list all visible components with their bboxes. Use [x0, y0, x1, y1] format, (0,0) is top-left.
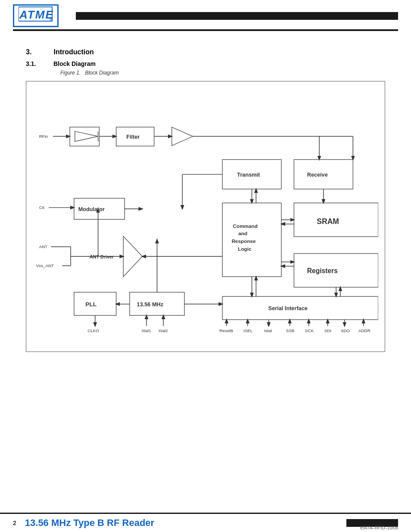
page-number: 2	[13, 520, 16, 526]
ssb-label: SSB	[286, 328, 295, 333]
sck-label: SCK	[305, 328, 314, 333]
header-bar	[76, 12, 398, 20]
sdo-label: SDO	[341, 328, 350, 333]
section31-heading: 3.1. Block Diagram	[26, 60, 385, 67]
resetb-label: ResetB	[219, 328, 233, 333]
main-content: 3. Introduction 3.1. Block Diagram Figur…	[0, 31, 411, 369]
transmit-label: Transmit	[237, 171, 260, 178]
xtal1-label: Xtal1	[141, 328, 151, 333]
doc-number: 8547A–RFID–10/08	[360, 526, 398, 530]
svg-text:ATMEL: ATMEL	[19, 8, 53, 21]
sdi-label: SDI	[324, 328, 331, 333]
svg-marker-10	[172, 127, 193, 146]
receive-label: Receive	[307, 171, 328, 178]
ant-label: ANT	[39, 244, 48, 249]
section3-heading: 3. Introduction	[26, 48, 385, 56]
logo-svg: ATMEL ®	[19, 6, 53, 22]
addr-label: ADDR	[358, 328, 371, 333]
clko-label: CLKO	[87, 328, 99, 333]
filter-label: Filter	[126, 134, 140, 140]
xtal2-label: Xtal2	[158, 328, 168, 333]
svg-rect-4	[70, 127, 99, 146]
cmd-label4: Logic	[238, 246, 252, 252]
figure-caption: Figure 1. Block Diagram	[60, 70, 385, 76]
diagram-svg: RFin Filter Transmit Receiv	[33, 90, 378, 339]
antdriver-label: ANT Driver	[90, 254, 114, 259]
registers-label: Registers	[307, 267, 338, 274]
atmel-logo: ATMEL ®	[13, 4, 59, 27]
logo-area: ATMEL ®	[13, 4, 59, 27]
cmd-label1: Command	[233, 223, 258, 229]
page-footer: 2 13.56 MHz Type B RF Reader 8547A–RFID–…	[0, 513, 411, 532]
block-diagram: RFin Filter Transmit Receiv	[26, 81, 385, 352]
istat-label: Istat	[264, 328, 272, 333]
serial-label: Serial Interface	[268, 305, 308, 311]
modulator-label: Modulator	[78, 206, 105, 212]
svg-marker-5	[75, 131, 98, 141]
mhz-label: 13.56 MHz	[137, 301, 163, 308]
sram-label: SRAM	[317, 217, 339, 226]
pll-label: PLL	[85, 301, 97, 308]
rfin-label: RFin	[39, 134, 48, 139]
page-header: ATMEL ®	[13, 0, 398, 31]
vssant-label: Vss_ANT	[36, 263, 54, 268]
isel-label: ISEL	[243, 328, 253, 333]
footer-title: 13.56 MHz Type B RF Reader	[25, 517, 338, 529]
cmd-label3: Response	[232, 238, 256, 244]
cmd-label2: and	[238, 230, 247, 236]
svg-marker-37	[123, 236, 142, 277]
c6-label: C6	[39, 205, 44, 210]
